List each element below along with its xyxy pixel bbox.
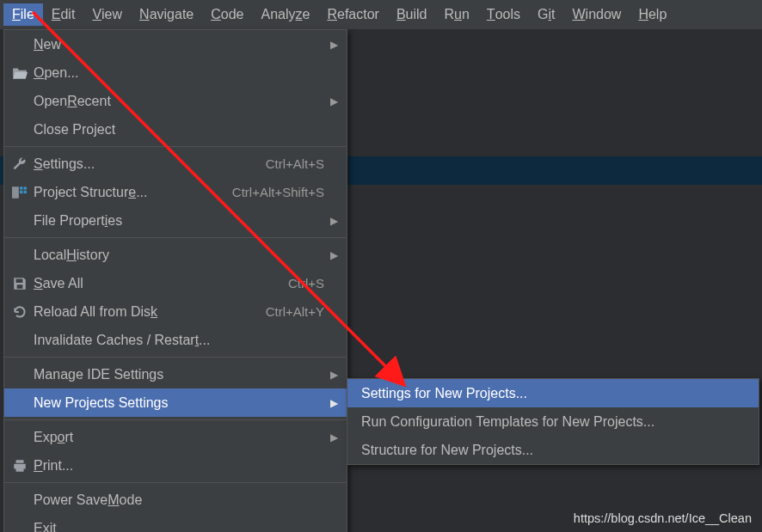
shortcut: Ctrl+S — [288, 276, 329, 290]
file-manage-ide-settings[interactable]: Manage IDE Settings ▶ — [4, 360, 347, 388]
file-reload-from-disk[interactable]: Reload All from Disk Ctrl+Alt+Y — [4, 297, 347, 326]
blank-icon — [11, 492, 28, 509]
submenu-arrow-icon: ▶ — [329, 39, 338, 51]
blank-icon — [11, 332, 28, 349]
menu-tools[interactable]: Tools — [478, 3, 529, 26]
blank-icon — [11, 520, 28, 533]
blank-icon — [11, 429, 28, 446]
separator — [4, 146, 347, 147]
blank-icon — [11, 93, 28, 110]
file-export[interactable]: Export ▶ — [4, 423, 347, 451]
file-close-project[interactable]: Close Project — [4, 115, 347, 144]
submenu-arrow-icon: ▶ — [329, 95, 338, 107]
structure-icon — [11, 184, 28, 201]
reload-icon — [11, 303, 28, 321]
file-new[interactable]: New ▶ — [4, 30, 347, 58]
print-icon — [11, 457, 28, 474]
menu-analyze[interactable]: Analyze — [252, 3, 318, 26]
submenu-arrow-icon: ▶ — [329, 249, 338, 261]
submenu-settings-for-new-projects[interactable]: Settings for New Projects... — [347, 379, 759, 407]
file-project-structure[interactable]: Project Structure... Ctrl+Alt+Shift+S — [4, 178, 347, 206]
new-projects-settings-submenu: Settings for New Projects... Run Configu… — [347, 378, 759, 465]
file-settings[interactable]: Settings... Ctrl+Alt+S — [4, 150, 347, 178]
watermark: https://blog.csdn.net/Ice__Clean — [574, 511, 752, 525]
menu-build[interactable]: Build — [388, 3, 436, 26]
submenu-arrow-icon: ▶ — [329, 397, 338, 409]
svg-rect-3 — [20, 190, 22, 193]
file-open[interactable]: Open... — [4, 58, 347, 87]
file-print[interactable]: Print... — [4, 451, 347, 480]
menubar: File Edit View Navigate Code Analyze Ref… — [0, 0, 762, 29]
menu-window[interactable]: Window — [563, 3, 630, 26]
file-open-recent[interactable]: Open Recent ▶ — [4, 87, 347, 115]
shortcut: Ctrl+Alt+S — [266, 156, 329, 171]
file-dropdown: New ▶ Open... Open Recent ▶ Close Projec… — [3, 29, 347, 532]
blank-icon — [11, 121, 28, 138]
wrench-icon — [11, 156, 28, 173]
save-icon — [11, 275, 28, 292]
file-file-properties[interactable]: File Properties ▶ — [4, 206, 347, 235]
svg-rect-2 — [24, 187, 27, 189]
submenu-structure-for-new-projects[interactable]: Structure for New Projects... — [347, 436, 759, 464]
menu-refactor[interactable]: Refactor — [318, 3, 387, 26]
menu-view[interactable]: View — [83, 3, 131, 26]
separator — [4, 237, 347, 238]
shortcut: Ctrl+Alt+Y — [266, 304, 329, 319]
menu-file[interactable]: File — [3, 3, 43, 26]
blank-icon — [11, 394, 28, 412]
svg-rect-1 — [20, 187, 22, 189]
file-power-save-mode[interactable]: Power Save Mode — [4, 486, 347, 514]
menu-git[interactable]: Git — [529, 3, 563, 26]
file-local-history[interactable]: Local History ▶ — [4, 241, 347, 269]
submenu-run-config-templates[interactable]: Run Configuration Templates for New Proj… — [347, 407, 759, 436]
menu-code[interactable]: Code — [202, 3, 252, 26]
menu-navigate[interactable]: Navigate — [131, 3, 202, 26]
menu-edit[interactable]: Edit — [43, 3, 84, 26]
blank-icon — [11, 366, 28, 383]
blank-icon — [11, 36, 28, 53]
svg-rect-0 — [12, 187, 19, 199]
menu-run[interactable]: Run — [435, 3, 477, 26]
submenu-arrow-icon: ▶ — [329, 369, 338, 381]
open-folder-icon — [11, 64, 28, 82]
separator — [4, 419, 347, 420]
submenu-arrow-icon: ▶ — [329, 215, 338, 227]
file-save-all[interactable]: Save All Ctrl+S — [4, 269, 347, 297]
blank-icon — [11, 212, 28, 229]
blank-icon — [11, 247, 28, 264]
menu-help[interactable]: Help — [630, 3, 675, 26]
file-invalidate-caches[interactable]: Invalidate Caches / Restart... — [4, 326, 347, 354]
separator — [4, 482, 347, 483]
file-new-projects-settings[interactable]: New Projects Settings ▶ — [4, 388, 347, 417]
file-exit[interactable]: Exit — [4, 514, 347, 532]
svg-rect-4 — [24, 190, 27, 193]
separator — [4, 357, 347, 358]
shortcut: Ctrl+Alt+Shift+S — [232, 185, 329, 199]
submenu-arrow-icon: ▶ — [329, 431, 338, 443]
